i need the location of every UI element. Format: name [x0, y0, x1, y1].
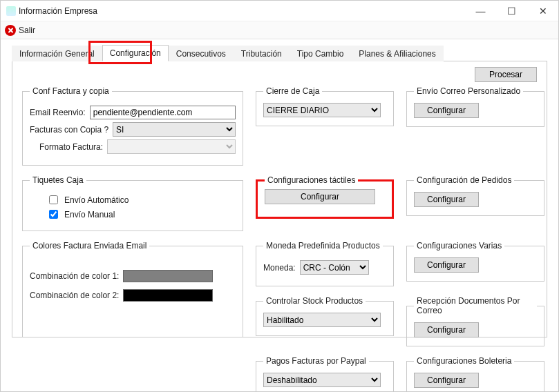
select-cierre-caja[interactable]: CIERRE DIARIO: [263, 103, 381, 117]
select-pagos-paypal[interactable]: Deshabilitado: [263, 373, 381, 387]
tab-tributacion[interactable]: Tributación: [234, 46, 290, 61]
group-configuracion-pedidos: Configuración de Pedidos Configurar: [406, 175, 544, 216]
select-controlar-stock[interactable]: Habilitado: [263, 313, 381, 327]
group-cierre-caja: Cierre de Caja CIERRE DIARIO: [256, 86, 394, 126]
group-controlar-stock: Controlar Stock Productos Habilitado: [256, 296, 394, 336]
checkbox-envio-automatico[interactable]: [49, 195, 58, 204]
label-envio-manual: Envío Manual: [64, 210, 115, 219]
procesar-button[interactable]: Procesar: [475, 67, 537, 82]
group-envio-correo-personalizado: Envío Correo Personalizado Configurar: [406, 86, 544, 127]
swatch-color-1[interactable]: [123, 270, 213, 282]
group-configuraciones-varias: Configuraciones Varias Configurar: [406, 241, 544, 282]
minimize-button[interactable]: —: [465, 1, 496, 21]
tab-tipo-cambio[interactable]: Tipo Cambio: [290, 46, 352, 61]
legend-configuraciones-varias: Configuraciones Varias: [414, 241, 504, 251]
legend-tiquetes-caja: Tiquetes Caja: [30, 175, 86, 185]
group-tiquetes-caja: Tiquetes Caja Envío Automático Envío Man…: [22, 175, 243, 231]
tab-strip: Información General Configuración Consec…: [12, 45, 547, 61]
configurar-recepcion-button[interactable]: Configurar: [414, 322, 479, 337]
legend-cierre-caja: Cierre de Caja: [263, 86, 322, 96]
legend-configuraciones-boleteria: Configuraciones Boleteria: [414, 356, 514, 366]
configurar-varias-button[interactable]: Configurar: [414, 257, 479, 273]
label-moneda: Moneda:: [263, 263, 296, 273]
select-moneda[interactable]: CRC - Colón: [300, 260, 369, 275]
legend-pagos-paypal: Pagos Facturas por Paypal: [263, 356, 369, 366]
app-icon: [6, 6, 16, 16]
exit-icon[interactable]: [5, 25, 16, 36]
group-pagos-paypal: Pagos Facturas por Paypal Deshabilitado: [256, 356, 394, 392]
legend-colores-factura-email: Colores Factura Enviada Email: [30, 241, 149, 251]
legend-recepcion-documentos: Recepción Documentos Por Correo: [414, 296, 537, 315]
configurar-pedidos-button[interactable]: Configurar: [414, 192, 479, 207]
window-controls: — ☐ ✕: [465, 1, 558, 21]
titlebar: Información Empresa — ☐ ✕: [1, 1, 558, 21]
select-formato-factura: [107, 139, 236, 154]
label-email-reenvio: Email Reenvio:: [30, 108, 86, 117]
label-formato-factura: Formato Factura:: [39, 142, 103, 152]
checkbox-envio-manual[interactable]: [49, 210, 58, 219]
group-colores-factura-email: Colores Factura Enviada Email Combinació…: [22, 241, 243, 337]
input-email-reenvio[interactable]: [90, 106, 236, 119]
group-moneda-predefinida: Moneda Predefinida Productos Moneda: CRC…: [256, 241, 394, 286]
label-color-2: Combinación de color 2:: [30, 291, 119, 300]
tab-configuracion[interactable]: Configuración: [102, 45, 169, 61]
legend-configuracion-pedidos: Configuración de Pedidos: [414, 175, 514, 185]
label-color-1: Combinación de color 1:: [30, 271, 119, 281]
toolbar: Salir: [1, 21, 558, 39]
tab-panel-configuracion: Procesar Conf Factura y copia Email Reen…: [12, 61, 547, 337]
configurar-correo-personalizado-button[interactable]: Configurar: [414, 103, 479, 118]
tab-informacion-general[interactable]: Información General: [12, 46, 102, 61]
configurar-boleteria-button[interactable]: Configurar: [414, 373, 479, 388]
label-envio-automatico: Envío Automático: [64, 195, 129, 205]
app-window: Información Empresa — ☐ ✕ Salir Informac…: [0, 0, 559, 392]
group-configuraciones-tactiles: Configuraciones táctiles Configurar: [256, 175, 394, 219]
tab-planes-afiliaciones[interactable]: Planes & Afiliaciones: [351, 46, 443, 61]
group-configuraciones-boleteria: Configuraciones Boleteria Configurar: [406, 356, 544, 392]
close-button[interactable]: ✕: [527, 1, 558, 21]
content-area: Información General Configuración Consec…: [1, 39, 558, 391]
legend-configuraciones-tactiles: Configuraciones táctiles: [265, 175, 358, 185]
swatch-color-2[interactable]: [123, 289, 213, 302]
group-recepcion-documentos: Recepción Documentos Por Correo Configur…: [406, 296, 544, 346]
legend-envio-correo-personalizado: Envío Correo Personalizado: [414, 86, 523, 96]
tab-consecutivos[interactable]: Consecutivos: [169, 46, 234, 61]
window-title: Información Empresa: [16, 6, 465, 16]
legend-conf-factura: Conf Factura y copia: [30, 86, 112, 96]
maximize-button[interactable]: ☐: [496, 1, 527, 21]
exit-label[interactable]: Salir: [19, 26, 35, 35]
group-conf-factura: Conf Factura y copia Email Reenvio: Fact…: [22, 86, 243, 166]
legend-moneda-predefinida: Moneda Predefinida Productos: [263, 241, 383, 251]
legend-controlar-stock: Controlar Stock Productos: [263, 296, 366, 306]
label-facturas-copia: Facturas con Copia ?: [30, 125, 108, 135]
select-facturas-copia[interactable]: SI: [113, 122, 236, 137]
configurar-tactiles-button[interactable]: Configurar: [265, 189, 375, 204]
